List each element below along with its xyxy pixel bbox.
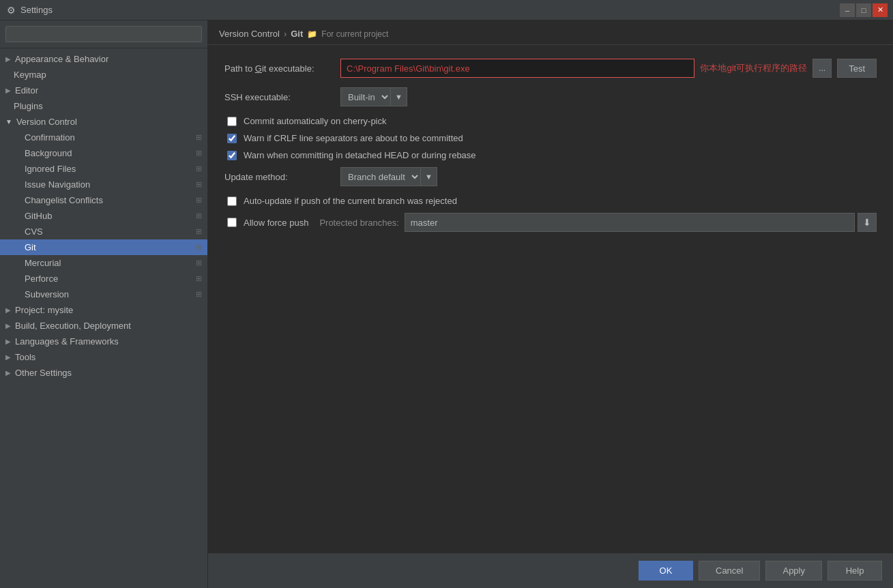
- sidebar-item-label: CVS: [25, 226, 43, 237]
- sidebar-item-label: Editor: [15, 85, 38, 95]
- expand-arrow-editor: ▶: [5, 87, 11, 94]
- sidebar-item-keymap[interactable]: Keymap: [0, 67, 207, 83]
- checkbox-force-push-label: Allow force push: [244, 218, 308, 228]
- breadcrumb-sep: ›: [284, 29, 287, 39]
- sidebar-item-ignored-files[interactable]: Ignored Files ⊞: [0, 161, 207, 177]
- folder-icon: 📁: [307, 29, 317, 39]
- sidebar-item-version-control[interactable]: ▼ Version Control: [0, 114, 207, 130]
- sidebar-item-github[interactable]: GitHub ⊞: [0, 208, 207, 224]
- window-title: Settings: [20, 5, 53, 15]
- sidebar-item-label: Version Control: [16, 117, 77, 127]
- sidebar-item-mercurial[interactable]: Mercurial ⊞: [0, 255, 207, 271]
- checkbox-commit-label: Commit automatically on cherry-pick: [244, 116, 387, 126]
- titlebar-controls: – □ ✕: [840, 3, 888, 17]
- sidebar-item-label: Git: [25, 242, 36, 252]
- app-icon: ⚙: [5, 5, 16, 16]
- sidebar-item-build[interactable]: ▶ Build, Execution, Deployment: [0, 318, 207, 334]
- sidebar-item-changelist-conflicts[interactable]: Changelist Conflicts ⊞: [0, 192, 207, 208]
- ssh-select[interactable]: Built-in: [340, 87, 391, 106]
- cancel-button[interactable]: Cancel: [699, 561, 760, 580]
- sidebar-item-git[interactable]: Git ⊞: [0, 239, 207, 255]
- sidebar-item-label: Confirmation: [25, 132, 75, 143]
- sidebar-item-label: Ignored Files: [25, 164, 76, 174]
- ok-button[interactable]: OK: [639, 561, 693, 580]
- sidebar-item-label: GitHub: [25, 211, 52, 221]
- checkbox-crlf[interactable]: [227, 134, 237, 143]
- checkbox-detached[interactable]: [227, 151, 237, 160]
- nav-tree: ▶ Appearance & Behavior Keymap ▶ Editor …: [0, 48, 207, 588]
- expand-arrow-tools: ▶: [5, 353, 11, 361]
- checkbox-force-push-row: Allow force push Protected branches: ⬇: [224, 213, 877, 232]
- sidebar: ▶ Appearance & Behavior Keymap ▶ Editor …: [0, 20, 208, 588]
- update-method-select[interactable]: Branch default Merge Rebase: [340, 167, 421, 186]
- browse-button[interactable]: ...: [813, 59, 832, 78]
- update-method-wrapper: Branch default Merge Rebase ▼: [340, 167, 437, 186]
- expand-arrow-languages: ▶: [5, 338, 11, 345]
- breadcrumb-current: Git: [291, 29, 303, 39]
- for-project-label: For current project: [321, 29, 388, 39]
- copy-icon-changelist: ⊞: [196, 196, 202, 205]
- checkbox-crlf-label: Warn if CRLF line separators are about t…: [244, 133, 463, 143]
- sidebar-item-plugins[interactable]: Plugins: [0, 98, 207, 114]
- ssh-label: SSH executable:: [224, 92, 340, 102]
- apply-button[interactable]: Apply: [765, 561, 822, 580]
- sidebar-item-subversion[interactable]: Subversion ⊞: [0, 286, 207, 302]
- sidebar-item-languages[interactable]: ▶ Languages & Frameworks: [0, 334, 207, 349]
- main-container: ▶ Appearance & Behavior Keymap ▶ Editor …: [0, 20, 893, 588]
- close-button[interactable]: ✕: [873, 3, 888, 17]
- minimize-button[interactable]: –: [840, 3, 855, 17]
- update-method-arrow[interactable]: ▼: [421, 167, 437, 186]
- sidebar-item-tools[interactable]: ▶ Tools: [0, 349, 207, 365]
- expand-arrow-build: ▶: [5, 322, 11, 329]
- sidebar-item-issue-navigation[interactable]: Issue Navigation ⊞: [0, 177, 207, 192]
- checkbox-commit[interactable]: [227, 117, 237, 126]
- sidebar-item-appearance[interactable]: ▶ Appearance & Behavior: [0, 51, 207, 67]
- content-panel: Version Control › Git 📁 For current proj…: [208, 20, 893, 588]
- checkbox-autoupdate[interactable]: [227, 196, 237, 206]
- sidebar-item-label: Background: [25, 148, 72, 158]
- sidebar-item-label: Plugins: [14, 101, 43, 111]
- ssh-dropdown-arrow[interactable]: ▼: [391, 87, 407, 106]
- protected-branches-label: Protected branches:: [319, 218, 398, 228]
- sidebar-item-background[interactable]: Background ⊞: [0, 145, 207, 161]
- sidebar-item-confirmation[interactable]: Confirmation ⊞: [0, 130, 207, 145]
- copy-icon-background: ⊞: [196, 149, 202, 158]
- copy-icon-git: ⊞: [196, 243, 202, 252]
- git-path-input[interactable]: [340, 59, 694, 78]
- copy-icon-perforce: ⊞: [196, 274, 202, 283]
- copy-icon-github: ⊞: [196, 211, 202, 220]
- sidebar-item-project[interactable]: ▶ Project: mysite: [0, 302, 207, 318]
- sidebar-item-label: Languages & Frameworks: [15, 336, 119, 347]
- titlebar: ⚙ Settings – □ ✕: [0, 0, 893, 20]
- sidebar-item-editor[interactable]: ▶ Editor: [0, 83, 207, 98]
- help-button[interactable]: Help: [828, 561, 882, 580]
- sidebar-item-label: Build, Execution, Deployment: [15, 321, 131, 331]
- git-path-wrapper: 你本地git可执行程序的路径 ... Test: [340, 59, 877, 78]
- search-box: [0, 20, 207, 48]
- sidebar-item-cvs[interactable]: CVS ⊞: [0, 224, 207, 239]
- checkbox-detached-label: Warn when committing in detached HEAD or…: [244, 150, 476, 160]
- maximize-button[interactable]: □: [856, 3, 871, 17]
- checkbox-crlf-row: Warn if CRLF line separators are about t…: [224, 133, 877, 143]
- sidebar-item-perforce[interactable]: Perforce ⊞: [0, 271, 207, 286]
- sidebar-item-other[interactable]: ▶ Other Settings: [0, 365, 207, 381]
- content-body: Path to Git executable: 你本地git可执行程序的路径 .…: [208, 45, 893, 553]
- search-input[interactable]: [5, 26, 202, 42]
- ssh-row: SSH executable: Built-in ▼: [224, 87, 877, 106]
- sidebar-item-label: Other Settings: [15, 368, 72, 378]
- sidebar-item-label: Keymap: [14, 70, 46, 80]
- download-button[interactable]: ⬇: [858, 213, 877, 232]
- copy-icon-issue: ⊞: [196, 180, 202, 189]
- expand-arrow-vc: ▼: [5, 118, 12, 126]
- sidebar-item-label: Perforce: [25, 274, 58, 284]
- sidebar-item-label: Mercurial: [25, 258, 61, 268]
- sidebar-item-label: Tools: [15, 352, 35, 362]
- test-button[interactable]: Test: [837, 59, 877, 78]
- sidebar-item-label: Project: mysite: [15, 305, 73, 315]
- protected-branches-input[interactable]: [405, 213, 855, 232]
- expand-arrow-appearance: ▶: [5, 55, 11, 63]
- expand-arrow-other: ▶: [5, 369, 11, 377]
- checkbox-force-push[interactable]: [227, 218, 237, 227]
- update-method-row: Update method: Branch default Merge Reba…: [224, 167, 877, 186]
- copy-icon-ignored: ⊞: [196, 164, 202, 173]
